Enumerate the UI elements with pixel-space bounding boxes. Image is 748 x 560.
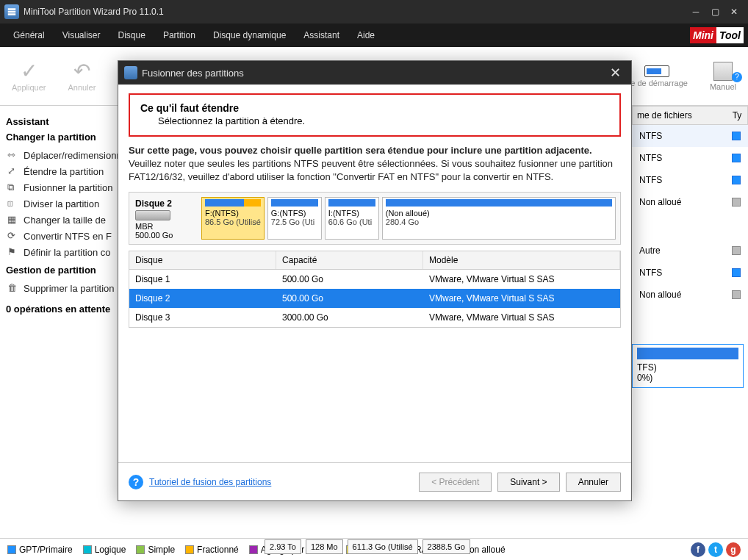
disk-table: Disque Capacité Modèle Disque 1500.00 Go… — [129, 251, 621, 328]
step-title: Ce qu'il faut étendre — [140, 102, 609, 114]
grid-header: me de fichiers Ty — [632, 106, 748, 125]
previous-button[interactable]: < Précédent — [419, 473, 492, 492]
legend-item: Logique — [83, 545, 126, 555]
partition-usage-bar — [271, 199, 318, 207]
legend-swatch — [83, 545, 92, 554]
facebook-icon[interactable]: f — [691, 542, 705, 557]
sidebar-item-split[interactable]: ⎅Diviser la partition — [3, 195, 129, 212]
disk-info: Disque 2 MBR 500.00 Go — [134, 197, 198, 240]
tutorial-link[interactable]: Tutoriel de fusion des partitions — [149, 477, 271, 487]
disk-map-segment[interactable]: 128 Mo — [306, 539, 343, 554]
snip-line1: TFS) — [637, 362, 738, 373]
dialog-titlebar: Fusionner des partitions ✕ — [118, 61, 631, 85]
menu-aide[interactable]: Aide — [348, 27, 384, 43]
close-button[interactable]: ✕ — [724, 4, 744, 19]
sidebar-item-move-resize[interactable]: ⇿Déplacer/redimensionner — [3, 147, 129, 163]
brand-logo: Mini Tool — [690, 27, 744, 43]
sidebar-item-delete[interactable]: 🗑Supprimer la partition — [3, 280, 129, 296]
partition-box[interactable]: F:(NTFS)86.5 Go (Utilisé — [201, 197, 265, 240]
hdd-icon — [135, 210, 170, 220]
dialog-title: Fusionner des partitions — [142, 68, 605, 79]
sidebar-item-extend[interactable]: ⤢Étendre la partition — [3, 163, 129, 179]
partition-name: F:(NTFS) — [205, 209, 261, 218]
menubar: Général Visualiser Disque Partition Disq… — [0, 24, 748, 47]
grid-row[interactable]: NTFS — [632, 262, 748, 284]
legend-swatch — [249, 545, 258, 554]
brand-mini: Mini — [690, 27, 716, 43]
disk-map-segment[interactable]: 2.93 To — [265, 539, 301, 554]
partition-map-snippet: TFS) 0%) — [632, 344, 744, 388]
sidebar-item-convert[interactable]: ⟳Convertir NTFS en F — [3, 228, 129, 244]
partition-box[interactable]: G:(NTFS)72.5 Go (Uti — [267, 197, 322, 240]
grid-row[interactable]: Non alloué — [632, 191, 748, 213]
merge-icon: ⧉ — [7, 182, 19, 193]
fs-label: NTFS — [639, 131, 732, 141]
grid-row[interactable]: NTFS — [632, 169, 748, 191]
cell-disk: Disque 2 — [129, 289, 276, 308]
menu-visualiser[interactable]: Visualiser — [54, 27, 109, 43]
grid-row[interactable]: Autre — [632, 240, 748, 262]
social-links: f t g — [691, 542, 741, 557]
sidebar-item-merge[interactable]: ⧉Fusionner la partition — [3, 179, 129, 195]
maximize-button[interactable]: ▢ — [705, 4, 724, 19]
menu-assistant[interactable]: Assistant — [295, 27, 348, 43]
menu-general[interactable]: Général — [4, 27, 54, 43]
cell-capacity: 500.00 Go — [276, 289, 423, 308]
sidebar-item-cluster[interactable]: ▦Changer la taille de — [3, 212, 129, 228]
dialog-footer: ? Tutoriel de fusion des partitions < Pr… — [118, 462, 631, 500]
legend-item: GPT/Primaire — [7, 545, 73, 555]
instruction-text: Sur cette page, vous pouvez choisir quel… — [129, 144, 621, 184]
col-capacity: Capacité — [276, 251, 423, 269]
cancel-button[interactable]: Annuler — [566, 473, 621, 492]
legend-item: Fractionné — [185, 545, 239, 555]
menu-dynamique[interactable]: Disque dynamique — [204, 27, 295, 43]
type-swatch — [732, 246, 741, 255]
titlebar: MiniTool Partition Wizard Pro 11.0.1 ─ ▢… — [0, 0, 748, 24]
sidebar-assistant-header: Assistant — [6, 116, 126, 127]
help-icon[interactable]: ? — [129, 475, 143, 489]
boot-media-button[interactable]: ue de démarrage — [622, 62, 692, 90]
sidebar-gestion-header: Gestion de partition — [6, 265, 126, 276]
disk-partition-strip: Disque 2 MBR 500.00 Go F:(NTFS)86.5 Go (… — [129, 192, 621, 245]
grid-row[interactable]: NTFS — [632, 147, 748, 169]
disk-scheme: MBR — [135, 222, 198, 231]
google-plus-icon[interactable]: g — [726, 542, 741, 557]
legend-swatch — [7, 545, 16, 554]
twitter-icon[interactable]: t — [708, 542, 723, 557]
sidebar-item-set-active[interactable]: ⚑Définir la partition co — [3, 244, 129, 260]
undo-button[interactable]: ↶ Annuler — [63, 58, 100, 95]
merge-partitions-dialog: Fusionner des partitions ✕ Ce qu'il faut… — [118, 60, 632, 501]
brand-tool: Tool — [716, 27, 744, 43]
disk-table-header: Disque Capacité Modèle — [129, 251, 620, 270]
disk-map-segment[interactable]: 2388.5 Go — [422, 539, 470, 554]
next-button[interactable]: Suivant > — [497, 473, 559, 492]
partition-name: (Non alloué) — [386, 209, 612, 218]
disk-size: 500.00 Go — [135, 231, 198, 240]
disk-table-row[interactable]: Disque 1500.00 GoVMware, VMware Virtual … — [129, 270, 620, 289]
legend-label: Fractionné — [197, 545, 239, 555]
legend-swatch — [136, 545, 145, 554]
partition-size: 72.5 Go (Uti — [271, 218, 318, 226]
partition-box[interactable]: I:(NTFS)60.6 Go (Uti — [325, 197, 379, 240]
minimize-button[interactable]: ─ — [686, 4, 705, 19]
menu-partition[interactable]: Partition — [154, 27, 204, 43]
window-title: MiniTool Partition Wizard Pro 11.0.1 — [24, 7, 686, 17]
cell-capacity: 3000.00 Go — [276, 308, 423, 327]
step-subtitle: Sélectionnez la partition à étendre. — [140, 115, 609, 126]
disk-table-row[interactable]: Disque 2500.00 GoVMware, VMware Virtual … — [129, 289, 620, 308]
apply-button[interactable]: ✓ Appliquer — [7, 58, 50, 95]
partition-box[interactable]: (Non alloué)280.4 Go — [382, 197, 616, 240]
manual-button[interactable]: ? Manuel — [705, 59, 741, 94]
menu-disque[interactable]: Disque — [109, 27, 154, 43]
legend-item: Simple — [136, 545, 175, 555]
disk-table-row[interactable]: Disque 33000.00 GoVMware, VMware Virtual… — [129, 308, 620, 327]
grid-row[interactable]: Non alloué — [632, 284, 748, 306]
trash-icon: 🗑 — [7, 282, 19, 294]
disk-map-segment[interactable]: 611.3 Go (Utilisé — [348, 539, 418, 554]
partition-size: 86.5 Go (Utilisé — [205, 218, 261, 226]
grid-row[interactable]: NTFS — [632, 125, 748, 147]
legend-label: Simple — [148, 545, 175, 555]
type-swatch — [732, 154, 741, 162]
grid-header-fs: me de fichiers — [633, 110, 727, 121]
dialog-close-button[interactable]: ✕ — [605, 65, 625, 81]
